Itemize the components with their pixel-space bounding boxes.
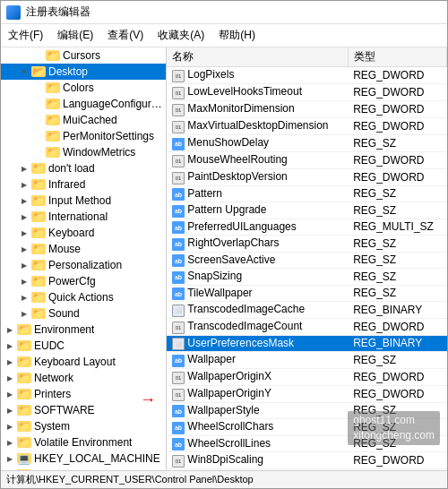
- table-row[interactable]: ab TileWallpaperREG_SZ: [167, 285, 447, 302]
- table-row[interactable]: ab WallpaperStyleREG_SZ: [167, 402, 447, 419]
- expand-printers[interactable]: [3, 387, 17, 401]
- expand-keyboard[interactable]: [17, 226, 31, 240]
- reg-name-text: RightOverlapChars: [187, 236, 279, 249]
- expand-hkey-users[interactable]: [3, 468, 17, 470]
- table-row[interactable]: ab WindowArrangementAct...: [167, 469, 447, 471]
- reg-type-cell: REG_DWORD: [348, 385, 446, 402]
- table-row[interactable]: 01 LogPixelsREG_DWORD: [167, 67, 447, 84]
- tree-item-muicached[interactable]: 📁 MuiCached: [1, 112, 166, 128]
- tree-item-software[interactable]: 📁 SOFTWARE: [1, 402, 166, 418]
- tree-item-permonitorsettings[interactable]: 📁 PerMonitorSettings: [1, 128, 166, 144]
- tree-item-mouse[interactable]: 📁 Mouse: [1, 241, 166, 257]
- table-row[interactable]: 01 MouseWheelRoutingREG_DWORD: [167, 151, 447, 168]
- reg-type-cell: REG_DWORD: [348, 101, 446, 118]
- tree-item-personalization[interactable]: 📁 Personalization: [1, 257, 166, 273]
- table-row[interactable]: 01 PaintDesktopVersionREG_DWORD: [167, 168, 447, 185]
- tree-item-printers[interactable]: 📁 Printers: [1, 386, 166, 402]
- tree-label-printers: Printers: [34, 388, 71, 400]
- table-row[interactable]: 01 MaxMonitorDimensionREG_DWORD: [167, 101, 447, 118]
- table-row[interactable]: 01 WallpaperOriginXREG_DWORD: [167, 368, 447, 385]
- tree-item-dont-load[interactable]: 📁 don't load: [1, 160, 166, 176]
- expand-environment[interactable]: [3, 322, 17, 337]
- tree-item-powercfg[interactable]: 📁 PowerCfg: [1, 273, 166, 289]
- tree-item-hkey-local-machine[interactable]: 💻 HKEY_LOCAL_MACHINE: [1, 450, 166, 467]
- tree-item-sound[interactable]: 📁 Sound: [1, 305, 166, 322]
- expand-sound[interactable]: [17, 306, 31, 321]
- tree-item-language-configuration[interactable]: 📁 LanguageConfiguration: [1, 96, 166, 112]
- reg-name-cell: ab RightOverlapChars: [167, 236, 348, 253]
- table-row[interactable]: ab SnapSizingREG_SZ: [167, 269, 447, 286]
- tree-item-environment[interactable]: 📁 Environment: [1, 322, 166, 338]
- folder-icon-desktop: 📂: [31, 66, 46, 77]
- expand-infrared[interactable]: [17, 177, 31, 192]
- tree-item-windowmetrics[interactable]: 📁 WindowMetrics: [1, 144, 166, 160]
- table-row[interactable]: ab PatternREG_SZ: [167, 185, 447, 202]
- expand-colors[interactable]: [31, 81, 46, 95]
- expand-languageconfiguration[interactable]: [31, 97, 46, 111]
- table-row[interactable]: ab ScreenSaveActiveREG_SZ: [167, 252, 447, 269]
- table-row[interactable]: ab WallpaperREG_SZ: [167, 352, 447, 369]
- table-row[interactable]: 01 WallpaperOriginYREG_DWORD: [167, 385, 447, 402]
- reg-name-cell: 01 WallpaperOriginY: [167, 385, 348, 402]
- tree-label-eudc: EUDC: [34, 339, 65, 352]
- expand-software[interactable]: [3, 403, 17, 417]
- tree-item-keyboard-layout[interactable]: 📁 Keyboard Layout: [1, 354, 166, 370]
- menu-item-menu-file[interactable]: 文件(F): [1, 26, 50, 45]
- table-row[interactable]: ab PreferredUILanguagesREG_MULTI_SZ: [167, 219, 447, 236]
- col-name: 名称: [167, 47, 348, 67]
- menu-item-menu-favorites[interactable]: 收藏夹(A): [151, 26, 211, 45]
- expand-muicached[interactable]: [31, 113, 46, 127]
- expand-cursors[interactable]: [31, 48, 46, 63]
- expand-network[interactable]: [3, 371, 17, 385]
- tree-item-desktop[interactable]: 📂 Desktop: [1, 64, 166, 80]
- table-row[interactable]: ab RightOverlapCharsREG_SZ: [167, 236, 447, 253]
- expand-personalization[interactable]: [17, 258, 31, 272]
- expand-input-method[interactable]: [17, 193, 31, 208]
- expand-volatile-environment[interactable]: [3, 435, 17, 450]
- table-row[interactable]: 01 Win8DpiScalingREG_DWORD: [167, 452, 447, 469]
- tree-item-hkey-users[interactable]: 💻 HKEY_USERS: [1, 467, 166, 470]
- tree-label-system: System: [34, 420, 70, 433]
- tree-item-input-method[interactable]: 📁 Input Method: [1, 193, 166, 209]
- tree-item-network[interactable]: 📁 Network: [1, 370, 166, 386]
- tree-item-cursors[interactable]: 📁 Cursors: [1, 47, 166, 64]
- tree-item-colors[interactable]: 📁 Colors: [1, 80, 166, 96]
- table-row[interactable]: ⬜ TranscodedImageCacheREG_BINARY: [167, 302, 447, 319]
- expand-mouse[interactable]: [17, 242, 31, 256]
- menu-item-menu-help[interactable]: 帮助(H): [211, 26, 263, 45]
- table-row[interactable]: ab WheelScrollLinesREG_SZ: [167, 435, 447, 452]
- expand-hkey-local-machine[interactable]: [3, 451, 17, 466]
- tree-panel[interactable]: 📁 Cursors 📂 Desktop 📁 Colors 📁 Language: [1, 47, 167, 470]
- tree-item-system[interactable]: 📁 System: [1, 418, 166, 434]
- table-row[interactable]: ab WheelScrollCharsREG_SZ: [167, 419, 447, 436]
- table-row[interactable]: ⬜ UserPreferencesMaskREG_BINARY: [167, 335, 447, 352]
- table-row[interactable]: 01 TranscodedImageCountREG_DWORD: [167, 318, 447, 335]
- reg-type-cell: REG_SZ: [348, 185, 446, 202]
- tree-item-keyboard[interactable]: 📁 Keyboard: [1, 225, 166, 241]
- menu-item-menu-view[interactable]: 查看(V): [100, 26, 151, 45]
- reg-name-text: Pattern Upgrade: [187, 203, 266, 216]
- tree-item-quick-actions[interactable]: 📁 Quick Actions: [1, 289, 166, 305]
- expand-eudc[interactable]: [3, 339, 17, 353]
- tree-item-eudc[interactable]: 📁 EUDC: [1, 338, 166, 354]
- tree-item-infrared[interactable]: 📁 Infrared: [1, 176, 166, 193]
- expand-keyboard-layout[interactable]: [3, 355, 17, 369]
- expand-quick-actions[interactable]: [17, 290, 31, 305]
- tree-item-international[interactable]: 📁 International: [1, 209, 166, 225]
- expand-dont-load[interactable]: [17, 161, 31, 176]
- reg-name-text: MaxMonitorDimension: [187, 102, 294, 115]
- table-row[interactable]: 01 LowLevelHooksTimeoutREG_DWORD: [167, 84, 447, 101]
- table-row[interactable]: ab Pattern UpgradeREG_SZ: [167, 202, 447, 219]
- expand-international[interactable]: [17, 210, 31, 224]
- menu-item-menu-edit[interactable]: 编辑(E): [50, 26, 100, 45]
- content-area: 📁 Cursors 📂 Desktop 📁 Colors 📁 Language: [1, 47, 447, 470]
- table-row[interactable]: 01 MaxVirtualDesktopDimensionREG_DWORD: [167, 118, 447, 135]
- expand-powercfg[interactable]: [17, 274, 31, 288]
- tree-label-permonitorsettings: PerMonitorSettings: [63, 130, 154, 142]
- expand-desktop[interactable]: [17, 64, 31, 79]
- expand-system[interactable]: [3, 419, 17, 433]
- expand-windowmetrics[interactable]: [31, 145, 46, 159]
- tree-item-volatile-environment[interactable]: 📁 Volatile Environment: [1, 434, 166, 450]
- expand-permonitorsettings[interactable]: [31, 129, 46, 143]
- table-row[interactable]: ab MenuShowDelayREG_SZ: [167, 135, 447, 152]
